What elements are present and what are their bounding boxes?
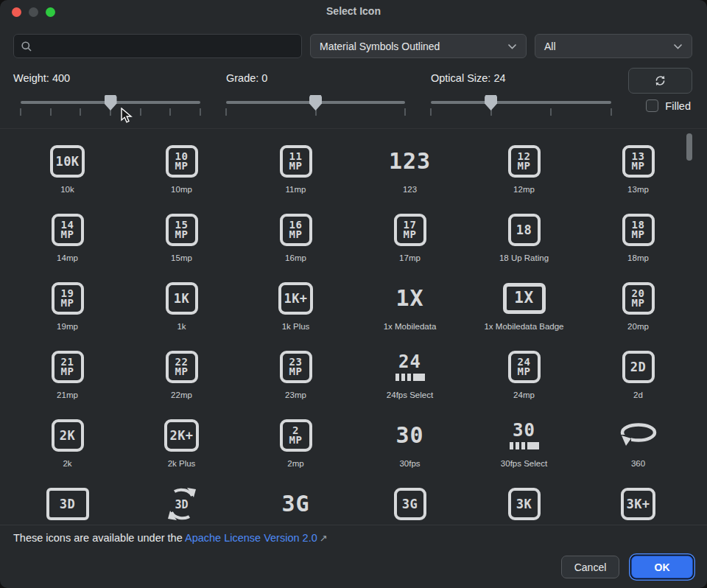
cancel-button[interactable]: Cancel <box>561 556 619 578</box>
icon-cell-3k[interactable]: 3K <box>467 476 581 522</box>
icon-label: 360 <box>631 459 645 468</box>
icon-label: 24fps Select <box>387 391 433 399</box>
icon-cell-30fps[interactable]: 3030fps <box>353 407 467 476</box>
grade-label: Grade: 0 <box>226 72 267 84</box>
icon-cell-1x-mobiledata[interactable]: 1X1x Mobiledata <box>353 270 467 339</box>
material-symbol-glyph: 1K+ <box>278 282 312 315</box>
icon-label: 30fps <box>399 459 420 468</box>
select-icon-dialog: Select Icon Material Symbols Outlined Al… <box>0 0 707 588</box>
material-symbol-glyph: 13MP <box>622 145 655 178</box>
font-family-select[interactable]: Material Symbols Outlined <box>310 34 527 58</box>
icon-cell-18-up-rating[interactable]: 1818 Up Rating <box>467 202 581 270</box>
icon-cell-18mp[interactable]: 18MP18mp <box>581 202 695 270</box>
slider-handle[interactable] <box>309 95 322 111</box>
filled-checkbox-label: Filled <box>665 100 691 112</box>
icon-label: 10k <box>60 185 74 194</box>
reset-axes-button[interactable] <box>628 68 692 94</box>
icon-cell-14mp[interactable]: 14MP14mp <box>10 202 124 270</box>
icon-cell-2k-plus[interactable]: 2K+2k Plus <box>124 407 239 476</box>
slider-tick <box>611 108 612 116</box>
optical-size-slider[interactable] <box>431 97 611 118</box>
icon-cell-11mp[interactable]: 11MP11mp <box>239 133 353 202</box>
search-icon <box>21 41 32 52</box>
icon-label: 20mp <box>627 322 649 331</box>
icon-label: 2d <box>633 391 643 399</box>
icon-label: 1x Mobiledata Badge <box>484 322 563 331</box>
icon-cell-23mp[interactable]: 23MP23mp <box>239 339 353 407</box>
material-symbol-glyph: 16MP <box>280 214 312 246</box>
window-title: Select Icon <box>0 5 707 17</box>
icon-cell-16mp[interactable]: 16MP16mp <box>239 202 353 270</box>
icon-label: 123 <box>403 185 417 194</box>
icon-cell-12mp[interactable]: 12MP12mp <box>467 133 581 202</box>
icon-cell-17mp[interactable]: 17MP17mp <box>353 202 467 270</box>
slider-tick <box>169 108 171 116</box>
icon-cell-3g[interactable]: 3G <box>353 476 467 522</box>
icon-label: 30fps Select <box>501 459 547 468</box>
apache-license-link[interactable]: Apache License Version 2.0 <box>185 532 317 544</box>
icon-label: 17mp <box>399 253 421 262</box>
icon-cell-123[interactable]: 123123 <box>353 133 467 202</box>
icon-cell-24fps-select[interactable]: 2424fps Select <box>353 339 467 407</box>
icon-label: 24mp <box>513 391 535 399</box>
icon-cell-3k+[interactable]: 3K+ <box>581 476 695 522</box>
material-symbol-glyph: 14MP <box>52 214 84 246</box>
footer-divider <box>0 525 707 525</box>
icon-cell-3d[interactable]: 3D <box>10 476 124 522</box>
material-symbol-glyph: 18MP <box>622 214 655 246</box>
icon-cell-10k[interactable]: 10K10k <box>10 133 124 202</box>
material-symbol-glyph: 11MP <box>280 145 312 178</box>
slider-tick <box>140 108 141 116</box>
grade-slider[interactable] <box>226 97 405 118</box>
material-symbol-glyph: 15MP <box>166 214 198 246</box>
icon-label: 18mp <box>627 253 649 262</box>
icon-cell-2mp[interactable]: 2MP2mp <box>239 407 353 476</box>
icon-cell-1k-plus[interactable]: 1K+1k Plus <box>239 270 353 339</box>
icon-cell-1k[interactable]: 1K1k <box>124 270 239 339</box>
material-symbol-glyph: 3D <box>164 486 200 522</box>
material-symbol-glyph: 3G <box>394 488 426 520</box>
icon-cell-21mp[interactable]: 21MP21mp <box>10 339 124 407</box>
icon-label: 1x Mobiledata <box>384 322 437 331</box>
material-symbol-glyph: 3G <box>281 493 309 515</box>
icon-cell-19mp[interactable]: 19MP19mp <box>10 270 124 339</box>
slider-tick <box>430 108 432 116</box>
icon-label: 11mp <box>286 185 306 194</box>
material-symbol-glyph: 19MP <box>52 282 84 315</box>
icon-cell-30fps-select[interactable]: 3030fps Select <box>467 407 581 476</box>
icon-label: 14mp <box>57 253 78 262</box>
search-input[interactable] <box>38 40 295 53</box>
slider-handle[interactable] <box>485 95 497 111</box>
icon-cell-13mp[interactable]: 13MP13mp <box>581 133 695 202</box>
icon-cell-15mp[interactable]: 15MP15mp <box>124 202 239 270</box>
material-symbol-glyph: 123 <box>389 150 431 172</box>
icon-cell-10mp[interactable]: 10MP10mp <box>124 133 239 202</box>
icon-label: 13mp <box>627 185 649 194</box>
material-symbol-glyph: 1K <box>166 282 198 315</box>
material-symbol-glyph: 18 <box>508 214 541 246</box>
material-symbol-glyph: 21MP <box>52 351 84 383</box>
slider-tick <box>550 108 552 116</box>
license-text: These icons are available under the <box>13 532 185 544</box>
icon-cell-24mp[interactable]: 24MP24mp <box>467 339 581 407</box>
vertical-scrollbar-thumb[interactable] <box>686 133 692 161</box>
slider-track[interactable] <box>431 101 611 104</box>
icon-cell-1x-mobiledata-badge[interactable]: 1X1x Mobiledata Badge <box>467 270 581 339</box>
ok-button[interactable]: OK <box>631 556 693 578</box>
slider-handle[interactable] <box>105 95 117 111</box>
filled-checkbox[interactable] <box>646 99 658 112</box>
license-notice: These icons are available under the Apac… <box>13 532 328 544</box>
icon-cell-20mp[interactable]: 20MP20mp <box>581 270 695 339</box>
icon-cell-22mp[interactable]: 22MP22mp <box>124 339 239 407</box>
category-select-value: All <box>544 41 556 52</box>
icon-cell-2k[interactable]: 2K2k <box>10 407 124 476</box>
icon-cell-3d[interactable]: 3D <box>124 476 239 522</box>
icon-cell-360[interactable]: 360 <box>581 407 695 476</box>
category-select[interactable]: All <box>535 34 692 58</box>
material-symbol-glyph: 12MP <box>508 145 541 178</box>
search-field[interactable] <box>13 34 302 58</box>
icon-cell-3g[interactable]: 3G <box>239 476 353 522</box>
icon-cell-2d[interactable]: 2D2d <box>581 339 695 407</box>
icon-grid: 10K10k10MP10mp11MP11mp12312312MP12mp13MP… <box>0 129 707 522</box>
weight-slider[interactable] <box>21 97 200 118</box>
